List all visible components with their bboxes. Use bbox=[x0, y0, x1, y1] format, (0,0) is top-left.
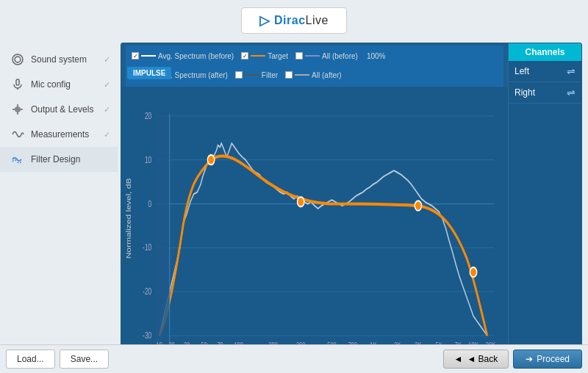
all-after-label: All (after) bbox=[312, 71, 342, 79]
legend-target[interactable]: Target bbox=[241, 52, 288, 60]
chart-main: Avg. Spectrum (before) Target All (befor… bbox=[121, 43, 508, 350]
svg-text:20: 20 bbox=[145, 111, 152, 120]
filter-label: Filter bbox=[262, 71, 278, 79]
sidebar-item-filter-design[interactable]: Filter Design bbox=[0, 147, 118, 172]
filter-design-icon bbox=[10, 152, 25, 167]
target-line bbox=[251, 55, 265, 57]
legend-filter[interactable]: Filter bbox=[235, 71, 278, 79]
svg-rect-2 bbox=[16, 79, 19, 85]
svg-point-21 bbox=[415, 201, 421, 211]
frequency-chart: Normalized level, dB 20 10 0 -10 - bbox=[121, 87, 508, 350]
measurements-check: ✓ bbox=[104, 130, 110, 140]
dirac-logo-icon: ▷ bbox=[259, 12, 270, 29]
output-levels-label: Output & Levels bbox=[31, 104, 98, 115]
back-label: ◄ Back bbox=[467, 354, 498, 364]
sidebar-item-mic-config[interactable]: Mic config ✓ bbox=[0, 72, 118, 97]
svg-text:-30: -30 bbox=[143, 331, 151, 341]
all-after-line bbox=[295, 74, 309, 76]
back-arrow-icon: ◄ bbox=[454, 354, 463, 364]
channel-left-label: Left bbox=[514, 66, 529, 76]
legend-row-1: Avg. Spectrum (before) Target All (befor… bbox=[126, 46, 503, 66]
all-after-checkbox[interactable] bbox=[285, 71, 293, 79]
channel-left-link-icon[interactable]: ⇌ bbox=[567, 65, 576, 77]
footer-left: Load... Save... bbox=[6, 350, 109, 369]
mic-icon bbox=[10, 77, 25, 92]
all-before-label: All (before) bbox=[322, 52, 358, 60]
output-levels-icon bbox=[10, 102, 25, 117]
footer-right: ◄ ◄ Back ➔ Proceed bbox=[443, 350, 582, 369]
proceed-arrow-icon: ➔ bbox=[526, 354, 533, 364]
legend-all-after[interactable]: All (after) bbox=[285, 71, 342, 79]
sound-system-label: Sound system bbox=[31, 54, 98, 65]
svg-text:Normalized level, dB: Normalized level, dB bbox=[126, 178, 132, 259]
save-button[interactable]: Save... bbox=[60, 350, 109, 369]
target-label: Target bbox=[268, 52, 288, 60]
sidebar-item-measurements[interactable]: Measurements ✓ bbox=[0, 122, 118, 147]
measurements-label: Measurements bbox=[31, 129, 98, 140]
svg-point-4 bbox=[15, 106, 21, 112]
legend-all-before[interactable]: All (before) bbox=[295, 52, 358, 60]
legend-avg-before[interactable]: Avg. Spectrum (before) bbox=[132, 52, 234, 60]
svg-text:-10: -10 bbox=[143, 243, 151, 253]
channels-header: Channels bbox=[509, 43, 581, 61]
svg-rect-5 bbox=[121, 87, 508, 350]
filter-line bbox=[245, 74, 259, 76]
svg-text:10: 10 bbox=[145, 155, 152, 164]
avg-before-checkbox[interactable] bbox=[132, 52, 139, 59]
proceed-label: Proceed bbox=[537, 354, 570, 364]
channels-panel: Channels Left ⇌ Right ⇌ bbox=[508, 43, 581, 350]
proceed-button[interactable]: ➔ Proceed bbox=[513, 350, 582, 369]
target-checkbox[interactable] bbox=[241, 52, 248, 59]
avg-before-label: Avg. Spectrum (before) bbox=[158, 52, 234, 60]
channel-right[interactable]: Right ⇌ bbox=[509, 82, 581, 104]
all-before-line bbox=[305, 55, 320, 57]
sidebar-item-sound-system[interactable]: Sound system ✓ bbox=[0, 47, 118, 72]
measurements-icon bbox=[10, 127, 25, 142]
back-button[interactable]: ◄ ◄ Back bbox=[443, 350, 509, 369]
logo-text: DiracLive bbox=[274, 14, 329, 27]
chart-svg-container: Normalized level, dB 20 10 0 -10 - bbox=[121, 87, 508, 350]
sidebar-item-output-levels[interactable]: Output & Levels ✓ bbox=[0, 97, 118, 122]
content-area: Avg. Spectrum (before) Target All (befor… bbox=[118, 40, 588, 373]
svg-point-19 bbox=[207, 155, 214, 164]
output-levels-check: ✓ bbox=[104, 105, 110, 115]
footer: Load... Save... ◄ ◄ Back ➔ Proceed bbox=[0, 344, 588, 373]
logo-box: ▷ DiracLive bbox=[241, 7, 347, 34]
channel-right-link-icon[interactable]: ⇌ bbox=[567, 87, 576, 98]
channel-right-label: Right bbox=[514, 87, 535, 98]
percentage-label: 100% bbox=[367, 52, 386, 60]
svg-point-0 bbox=[12, 54, 23, 65]
sidebar: Sound system ✓ Mic config ✓ Output & Lev… bbox=[0, 40, 118, 373]
filter-checkbox[interactable] bbox=[235, 71, 243, 79]
legend-row-2: Avg. Spectrum (after) Filter All (after) bbox=[126, 66, 503, 87]
mic-config-check: ✓ bbox=[104, 80, 110, 90]
channel-left[interactable]: Left ⇌ bbox=[509, 61, 581, 82]
main-layout: Sound system ✓ Mic config ✓ Output & Lev… bbox=[0, 40, 588, 373]
svg-point-1 bbox=[15, 57, 21, 62]
sound-system-icon bbox=[10, 52, 25, 67]
chart-area: Avg. Spectrum (before) Target All (befor… bbox=[121, 43, 582, 351]
all-before-checkbox[interactable] bbox=[295, 52, 303, 59]
svg-text:0: 0 bbox=[148, 199, 152, 209]
impulse-button[interactable]: IMPULSE bbox=[127, 67, 171, 79]
logo-dirac: Dirac bbox=[274, 14, 306, 26]
mic-config-label: Mic config bbox=[31, 79, 98, 90]
header: ▷ DiracLive bbox=[0, 0, 588, 40]
svg-point-20 bbox=[298, 197, 304, 206]
svg-text:-20: -20 bbox=[143, 287, 151, 297]
svg-rect-23 bbox=[156, 114, 170, 348]
logo-live: Live bbox=[306, 14, 329, 26]
sound-system-check: ✓ bbox=[104, 55, 110, 65]
load-button[interactable]: Load... bbox=[6, 350, 55, 369]
svg-point-22 bbox=[470, 267, 476, 277]
avg-before-line bbox=[141, 55, 156, 57]
filter-design-label: Filter Design bbox=[31, 154, 104, 164]
